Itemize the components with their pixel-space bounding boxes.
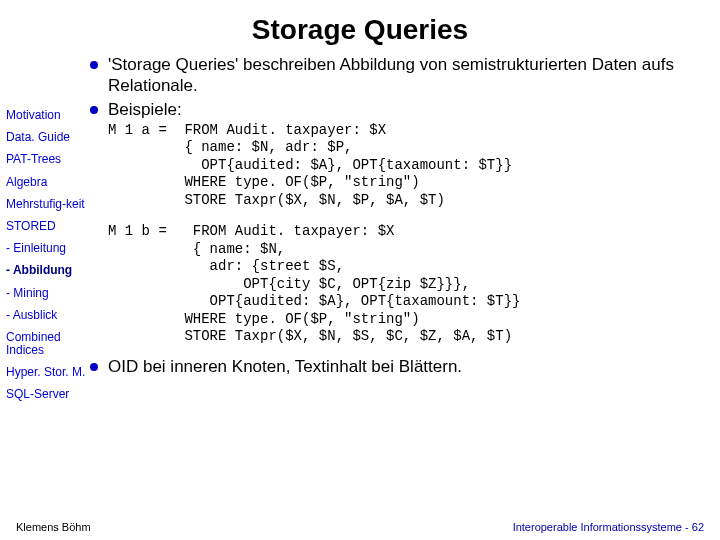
bullet-icon (90, 106, 98, 114)
bullet-item: Beispiele: (90, 99, 710, 120)
code-block-m1a: M 1 a = FROM Audit. taxpayer: $X { name:… (108, 122, 710, 210)
bullet-item: 'Storage Queries' beschreiben Abbildung … (90, 54, 710, 97)
sidebar-item-active: - Abbildung (6, 264, 88, 277)
sidebar-item: Algebra (6, 176, 88, 189)
sidebar-item: Motivation (6, 109, 88, 122)
sidebar-item: - Einleitung (6, 242, 88, 255)
code-body: FROM Audit. taxpayer: $X { name: $N, adr… (176, 122, 512, 210)
sidebar-item: Data. Guide (6, 131, 88, 144)
sidebar-item: PAT-Trees (6, 153, 88, 166)
footer-author: Klemens Böhm (16, 521, 91, 533)
sidebar-item: SQL-Server (6, 388, 88, 401)
slide-body: Motivation Data. Guide PAT-Trees Algebra… (0, 54, 720, 411)
bullet-text: OID bei inneren Knoten, Textinhalt bei B… (108, 356, 462, 377)
sidebar-item: Hyper. Stor. M. (6, 366, 88, 379)
code-label: M 1 b = (108, 223, 176, 346)
bullet-text: 'Storage Queries' beschreiben Abbildung … (108, 54, 710, 97)
outline-sidebar: Motivation Data. Guide PAT-Trees Algebra… (6, 54, 88, 411)
code-label: M 1 a = (108, 122, 176, 210)
bullet-icon (90, 61, 98, 69)
code-body: FROM Audit. taxpayer: $X { name: $N, adr… (176, 223, 520, 346)
sidebar-item: STORED (6, 220, 88, 233)
sidebar-item: Mehrstufig-keit (6, 198, 88, 211)
bullet-icon (90, 363, 98, 371)
footer-page: Interoperable Informationssysteme - 62 (513, 521, 704, 533)
code-block-m1b: M 1 b = FROM Audit. taxpayer: $X { name:… (108, 223, 710, 346)
sidebar-item: - Ausblick (6, 309, 88, 322)
slide-title: Storage Queries (0, 0, 720, 54)
main-content: 'Storage Queries' beschreiben Abbildung … (88, 54, 710, 379)
slide-footer: Klemens Böhm Interoperable Informationss… (0, 521, 720, 533)
sidebar-item: Combined Indices (6, 331, 88, 357)
sidebar-item: - Mining (6, 287, 88, 300)
bullet-text: Beispiele: (108, 99, 182, 120)
bullet-item: OID bei inneren Knoten, Textinhalt bei B… (90, 356, 710, 377)
